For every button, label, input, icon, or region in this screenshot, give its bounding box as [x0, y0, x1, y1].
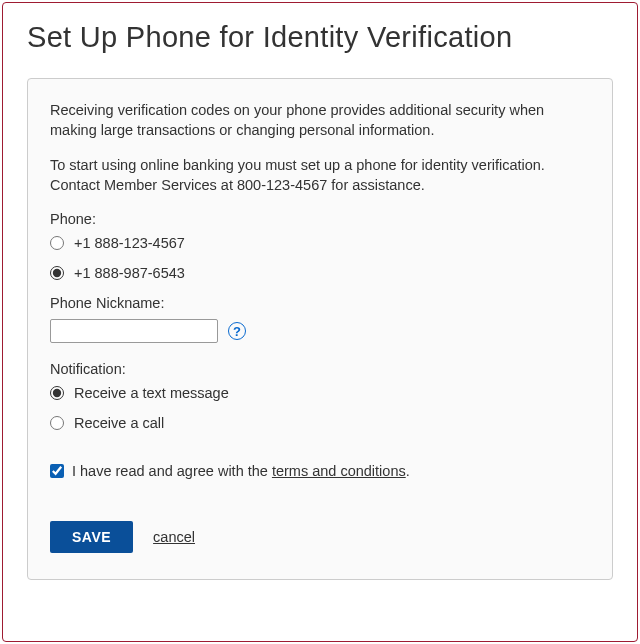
phone-radio-2[interactable] [50, 266, 64, 280]
phone-option-1-text: +1 888-123-4567 [74, 235, 185, 251]
nickname-label: Phone Nickname: [50, 295, 590, 311]
help-icon[interactable]: ? [228, 322, 246, 340]
terms-link[interactable]: terms and conditions [272, 463, 406, 479]
phone-option-1[interactable]: +1 888-123-4567 [50, 235, 590, 251]
actions-row: SAVE cancel [50, 521, 590, 553]
cancel-link[interactable]: cancel [153, 529, 195, 545]
nickname-input[interactable] [50, 319, 218, 343]
phone-label: Phone: [50, 211, 590, 227]
notification-option-1[interactable]: Receive a text message [50, 385, 590, 401]
phone-option-2-text: +1 888-987-6543 [74, 265, 185, 281]
terms-prefix: I have read and agree with the [72, 463, 272, 479]
dialog-container: Set Up Phone for Identity Verification R… [2, 2, 638, 642]
nickname-row: ? [50, 319, 590, 343]
notification-radio-1[interactable] [50, 386, 64, 400]
phone-option-2[interactable]: +1 888-987-6543 [50, 265, 590, 281]
intro-paragraph-1: Receiving verification codes on your pho… [50, 101, 590, 140]
notification-radio-2[interactable] [50, 416, 64, 430]
page-title: Set Up Phone for Identity Verification [27, 21, 613, 54]
terms-checkbox[interactable] [50, 464, 64, 478]
notification-option-2-text: Receive a call [74, 415, 164, 431]
intro-paragraph-2: To start using online banking you must s… [50, 156, 590, 195]
notification-label: Notification: [50, 361, 590, 377]
save-button[interactable]: SAVE [50, 521, 133, 553]
notification-option-1-text: Receive a text message [74, 385, 229, 401]
terms-row: I have read and agree with the terms and… [50, 463, 590, 479]
terms-suffix: . [406, 463, 410, 479]
notification-option-2[interactable]: Receive a call [50, 415, 590, 431]
phone-radio-1[interactable] [50, 236, 64, 250]
terms-text: I have read and agree with the terms and… [72, 463, 410, 479]
form-panel: Receiving verification codes on your pho… [27, 78, 613, 580]
